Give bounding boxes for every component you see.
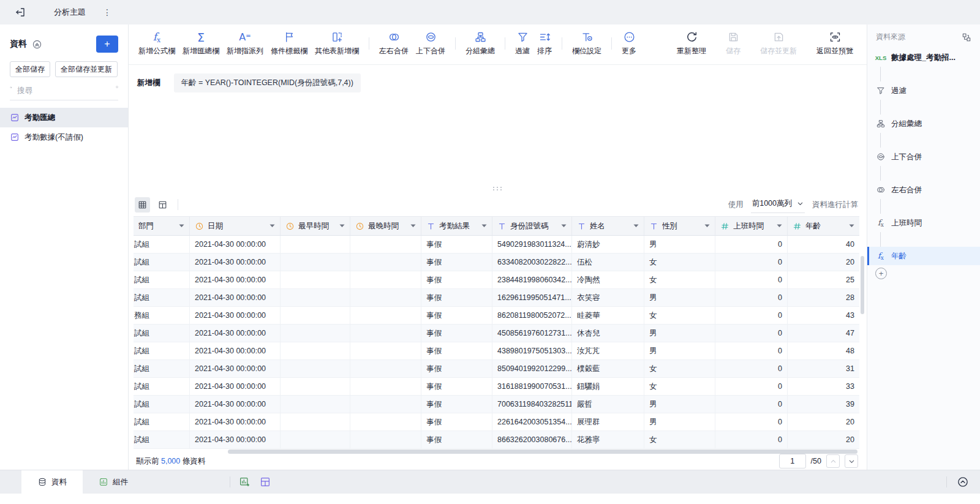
page-up-button[interactable] (826, 454, 840, 468)
toolbar-button-refresh[interactable]: 重新整理 (673, 31, 710, 56)
grid-view-toggle[interactable] (135, 197, 150, 213)
toolbar-button-field[interactable]: 欄位設定 (568, 31, 605, 56)
column-header-10[interactable]: 年齡 (788, 217, 859, 235)
toolbar-button-fx[interactable]: fx新增公式欄 (135, 31, 179, 56)
field-icon (581, 31, 594, 44)
table-cell: 事假 (421, 271, 492, 288)
collapse-bottom-icon[interactable] (957, 476, 969, 488)
table-cell: 0 (715, 413, 788, 431)
column-name: 考勤結果 (439, 221, 470, 231)
toolbar-button-label: 儲存並更新 (760, 46, 797, 56)
flow-node-3[interactable]: 上下合併 (867, 148, 980, 166)
split-view-toggle[interactable] (155, 197, 170, 213)
table-cell: 試組 (134, 396, 190, 413)
bottom-tab-data[interactable]: 資料 (21, 470, 83, 494)
column-dropdown-icon[interactable] (179, 224, 184, 227)
column-dropdown-icon[interactable] (777, 224, 782, 227)
add-chart-icon[interactable] (239, 476, 250, 487)
table-cell: 試組 (134, 289, 190, 306)
column-header-6[interactable]: 身份證號碼 (492, 217, 572, 235)
sidebar-resize-handle[interactable] (0, 239, 1, 245)
search-more-icon[interactable] (116, 86, 118, 96)
toolbar-button-label: 新增匯總欄 (183, 46, 219, 56)
column-dropdown-icon[interactable] (849, 224, 854, 227)
add-step-button[interactable]: + (875, 268, 887, 279)
table-cell: 5490291983011324... (492, 236, 572, 253)
column-header-2[interactable]: 日期 (190, 217, 281, 235)
toolbar-button-save[interactable]: 儲存 (722, 31, 744, 56)
sidebar-table-item[interactable]: 考勤數據(不請假) (0, 127, 128, 147)
panel-splitter-handle[interactable] (129, 184, 867, 193)
toolbar-button-label: 過濾 (515, 46, 530, 56)
exit-icon[interactable] (15, 7, 26, 18)
sidebar-table-item[interactable]: 考勤匯總 (0, 108, 128, 127)
formula-expression[interactable]: 年齡 = YEAR()-TOINTEGER(MID(身份證號碼,7,4)) (174, 73, 361, 92)
flow-node-1[interactable]: 過濾 (867, 81, 980, 100)
table-cell: 8509401992012299... (492, 360, 572, 377)
column-header-9[interactable]: 上班時間 (715, 217, 788, 235)
toolbar-button-sigma[interactable]: Σ新增匯總欄 (179, 31, 223, 56)
toolbar-button-sort[interactable]: 排序 (533, 31, 556, 56)
column-dropdown-icon[interactable] (561, 224, 567, 227)
flow-node-label: 年齡 (891, 251, 911, 261)
flow-node-6[interactable]: fx年齡 (867, 247, 980, 265)
kebab-menu-icon[interactable]: ⋮ (103, 7, 112, 17)
search-box[interactable] (10, 86, 118, 100)
vertical-scrollbar[interactable] (861, 256, 864, 314)
column-dropdown-icon[interactable] (481, 224, 487, 227)
toolbar-button-assign[interactable]: A=新增指派列 (223, 31, 267, 56)
flow-layout-icon[interactable] (962, 32, 971, 42)
toolbar-button-more[interactable]: 更多 (618, 31, 640, 56)
toolbar-button-preview[interactable]: 返回並預覽 (813, 31, 857, 56)
toolbar-button-table-add[interactable]: 其他表新增欄 (311, 31, 363, 56)
table-row: 試組2021-04-30 00:00:00事假4508561976012731.… (134, 325, 859, 342)
column-header-5[interactable]: 考勤結果 (421, 217, 492, 235)
toolbar-button-flag[interactable]: 條件標籤欄 (267, 31, 311, 56)
formula-label: 新增欄 (137, 78, 160, 88)
bottom-tab-components[interactable]: 組件 (83, 470, 144, 494)
row-count-value[interactable]: 5,000 (161, 457, 180, 465)
collapse-panel-icon[interactable] (32, 39, 42, 50)
toolbar-button-save-update[interactable]: 儲存並更新 (756, 31, 801, 56)
flow-node-4[interactable]: 左右合併 (867, 181, 980, 199)
toolbar-button-group[interactable]: 分組彙總 (462, 31, 499, 56)
save-all-button[interactable]: 全部儲存 (10, 61, 50, 77)
row-limit-dropdown[interactable]: 前1000萬列 (751, 197, 805, 213)
add-dashboard-icon[interactable] (260, 476, 271, 487)
fx-icon: fx (153, 31, 161, 44)
column-header-7[interactable]: 姓名 (572, 217, 644, 235)
column-dropdown-icon[interactable] (270, 224, 275, 227)
column-dropdown-icon[interactable] (704, 224, 710, 227)
flow-node-source[interactable]: XLS數據處理_考勤招... (867, 48, 980, 67)
toolbar-button-venn[interactable]: 左右合併 (375, 31, 412, 56)
flow-node-2[interactable]: 分組彙總 (867, 115, 980, 133)
column-header-3[interactable]: 最早時間 (281, 217, 350, 235)
table-cell: 33 (788, 378, 859, 395)
column-dropdown-icon[interactable] (339, 224, 345, 227)
table-cell: 4508561976012731... (492, 325, 572, 342)
toolbar-button-union[interactable]: 上下合併 (412, 31, 449, 56)
save-all-update-button[interactable]: 全部儲存並更新 (55, 61, 118, 77)
table-cell (350, 413, 421, 431)
column-header-1[interactable]: 部門 (134, 217, 190, 235)
table-cell: 樸穀藍 (572, 360, 644, 377)
table-cell: 8620811980052072... (492, 307, 572, 324)
toolbar-button-label: 欄位設定 (572, 46, 601, 56)
flow-node-5[interactable]: fx上班時間 (867, 214, 980, 232)
table-cell (350, 289, 421, 306)
toolbar-button-filter[interactable]: 過濾 (511, 31, 533, 56)
column-header-8[interactable]: 性別 (644, 217, 715, 235)
page-down-button[interactable] (845, 454, 858, 468)
column-dropdown-icon[interactable] (633, 224, 639, 227)
table-cell (281, 413, 350, 431)
venn-icon (876, 185, 886, 195)
table-cell: 0 (715, 289, 788, 306)
column-dropdown-icon[interactable] (410, 224, 416, 227)
top-bar: 分析主題 ⋮ (0, 0, 980, 24)
horizontal-scrollbar[interactable] (228, 449, 858, 454)
column-header-4[interactable]: 最晚時間 (350, 217, 421, 235)
add-table-button[interactable]: + (96, 36, 118, 53)
search-input[interactable] (17, 86, 116, 95)
page-number-input[interactable] (779, 454, 806, 468)
table-cell: 2021-04-30 00:00:00 (190, 413, 281, 431)
